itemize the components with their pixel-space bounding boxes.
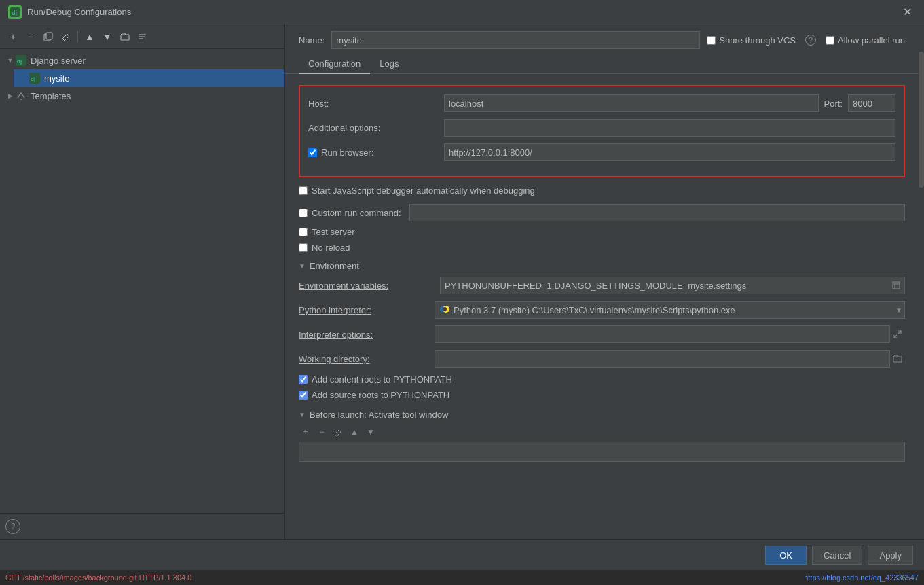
- main-content: + − ▲ ▼: [0, 24, 924, 539]
- left-toolbar: + − ▲ ▼: [0, 24, 284, 49]
- svg-text:dj: dj: [17, 58, 22, 65]
- allow-parallel-option[interactable]: Allow parallel run: [826, 35, 905, 46]
- python-interpreter-row: Python interpreter: Python 3.7 (mysite): [299, 301, 905, 319]
- svg-rect-12: [893, 282, 900, 289]
- js-debugger-row: Start JavaScript debugger automatically …: [299, 185, 905, 196]
- add-source-roots-row: Add source roots to PYTHONPATH: [299, 390, 905, 400]
- templates-icon: [15, 90, 27, 102]
- move-down-button[interactable]: ▼: [100, 29, 115, 44]
- env-variables-row: Environment variables:: [299, 277, 905, 294]
- allow-parallel-checkbox[interactable]: [826, 36, 834, 45]
- close-button[interactable]: ✕: [899, 4, 916, 20]
- tree-item-django-server[interactable]: ▼ dj Django server: [0, 52, 284, 69]
- run-browser-checkbox[interactable]: [308, 148, 317, 157]
- remove-config-button[interactable]: −: [23, 29, 38, 44]
- templates-label: Templates: [31, 91, 71, 101]
- add-source-roots-label: Add source roots to PYTHONPATH: [312, 390, 449, 400]
- env-input-wrapper: [440, 277, 905, 294]
- host-input[interactable]: [444, 94, 819, 112]
- run-debug-dialog: dj Run/Debug Configurations ✕ + −: [0, 0, 924, 585]
- test-server-checkbox[interactable]: [299, 228, 308, 236]
- working-directory-label: Working directory:: [299, 354, 435, 364]
- dialog-title: Run/Debug Configurations: [27, 7, 899, 17]
- interpreter-options-expand-icon[interactable]: [890, 327, 905, 342]
- toolbar-divider-1: [77, 31, 78, 43]
- port-input[interactable]: [848, 94, 895, 112]
- interpreter-options-row: Interpreter options:: [299, 325, 905, 343]
- red-bordered-section: Host: Port: Additional options:: [299, 85, 905, 177]
- interpreter-options-label: Interpreter options:: [299, 330, 435, 340]
- before-launch-label: Before launch: Activate tool window: [310, 410, 449, 420]
- share-vcs-option[interactable]: Share through VCS: [707, 35, 796, 46]
- interpreter-options-input[interactable]: [435, 325, 890, 343]
- host-row: Host: Port:: [308, 94, 895, 112]
- before-launch-edit-button[interactable]: [331, 425, 345, 439]
- sort-button[interactable]: [135, 29, 150, 44]
- before-launch-arrow-icon: ▼: [299, 411, 306, 419]
- custom-run-command-input[interactable]: [409, 204, 906, 221]
- edit-config-button[interactable]: [58, 29, 73, 44]
- svg-text:dj: dj: [12, 10, 17, 16]
- help-button[interactable]: ?: [5, 519, 20, 534]
- tab-configuration[interactable]: Configuration: [299, 54, 370, 74]
- apply-button[interactable]: Apply: [868, 546, 913, 565]
- before-launch-move-up-button[interactable]: ▲: [348, 425, 361, 439]
- share-vcs-help-icon[interactable]: ?: [805, 35, 816, 46]
- ok-button[interactable]: OK: [765, 546, 807, 565]
- python-icon: [439, 304, 450, 317]
- mysite-label: mysite: [44, 73, 70, 84]
- cancel-button[interactable]: Cancel: [812, 546, 862, 565]
- move-to-folder-button[interactable]: [117, 29, 132, 44]
- add-source-roots-checkbox[interactable]: [299, 391, 308, 400]
- run-browser-checkbox-label[interactable]: Run browser:: [308, 147, 444, 158]
- allow-parallel-label: Allow parallel run: [838, 35, 905, 46]
- run-browser-row: Run browser:: [308, 143, 895, 161]
- environment-label: Environment: [310, 261, 359, 271]
- test-server-label: Test server: [312, 227, 355, 237]
- before-launch-add-button[interactable]: +: [299, 425, 312, 439]
- svg-text:dj: dj: [31, 76, 35, 82]
- working-directory-folder-icon[interactable]: [890, 351, 905, 366]
- before-launch-remove-button[interactable]: −: [315, 425, 329, 439]
- tree-item-mysite[interactable]: dj mysite: [14, 69, 284, 87]
- move-up-button[interactable]: ▲: [82, 29, 97, 44]
- env-variables-input[interactable]: [441, 281, 888, 291]
- before-launch-header: ▼ Before launch: Activate tool window: [299, 410, 905, 420]
- share-vcs-label: Share through VCS: [719, 35, 796, 46]
- mysite-expand-icon: [19, 73, 29, 83]
- environment-section-header[interactable]: ▼ Environment: [299, 261, 905, 271]
- svg-point-11: [20, 99, 22, 100]
- port-label: Port:: [824, 99, 843, 109]
- name-input[interactable]: [331, 31, 700, 49]
- copy-config-button[interactable]: [41, 29, 56, 44]
- left-bottom: ?: [0, 513, 284, 539]
- add-config-button[interactable]: +: [5, 29, 20, 44]
- add-content-roots-label: Add content roots to PYTHONPATH: [312, 374, 452, 385]
- tree-item-templates[interactable]: ▶ Templates: [0, 87, 284, 105]
- name-label: Name:: [299, 35, 325, 46]
- custom-run-command-checkbox[interactable]: [299, 209, 308, 217]
- scrollbar-thumb: [919, 52, 924, 188]
- status-bar-right-link[interactable]: https://blog.csdn.net/qq_42336547: [804, 573, 919, 582]
- left-panel: + − ▲ ▼: [0, 24, 285, 539]
- additional-options-input[interactable]: [444, 119, 895, 137]
- status-bar: GET /static/polls/images/background.gif …: [0, 570, 924, 585]
- tab-logs[interactable]: Logs: [370, 54, 408, 74]
- share-vcs-checkbox[interactable]: [707, 36, 716, 45]
- no-reload-label: No reload: [312, 243, 350, 253]
- test-server-row: Test server: [299, 227, 905, 237]
- run-browser-url-input[interactable]: [444, 143, 895, 161]
- env-edit-button[interactable]: [888, 277, 904, 294]
- add-content-roots-checkbox[interactable]: [299, 375, 308, 384]
- django-server-icon: dj: [15, 54, 27, 67]
- interpreter-value: Python 3.7 (mysite) C:\Users\TxC\.virtua…: [454, 305, 735, 315]
- interpreter-select-display[interactable]: Python 3.7 (mysite) C:\Users\TxC\.virtua…: [435, 301, 905, 319]
- tree-expand-icon: ▼: [5, 56, 15, 65]
- js-debugger-checkbox[interactable]: [299, 186, 308, 195]
- right-scrollbar[interactable]: [919, 24, 924, 539]
- svg-point-17: [443, 307, 447, 311]
- before-launch-move-down-button[interactable]: ▼: [364, 425, 377, 439]
- working-directory-input[interactable]: [435, 350, 890, 368]
- tree-children: dj mysite: [0, 69, 284, 87]
- no-reload-checkbox[interactable]: [299, 243, 308, 252]
